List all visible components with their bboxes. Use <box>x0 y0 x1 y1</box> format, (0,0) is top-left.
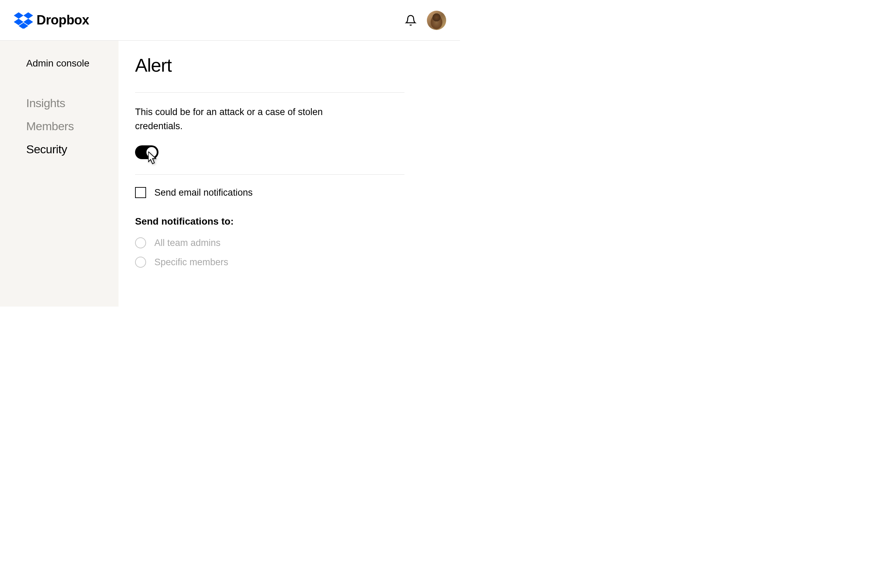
header: Dropbox <box>0 0 460 40</box>
logo-section: Dropbox <box>14 12 89 28</box>
email-notifications-checkbox[interactable] <box>135 187 146 198</box>
notifications-icon[interactable] <box>405 15 417 26</box>
radio-label-specific-members: Specific members <box>154 257 228 268</box>
alert-description: This could be for an attack or a case of… <box>135 105 328 133</box>
email-notifications-row: Send email notifications <box>135 187 443 198</box>
sidebar-item-security[interactable]: Security <box>26 142 118 156</box>
page-title: Alert <box>135 54 443 76</box>
content-wrapper: Admin console Insights Members Security … <box>0 40 460 307</box>
radio-label-all-admins: All team admins <box>154 238 220 248</box>
email-notifications-label: Send email notifications <box>154 188 252 198</box>
dropbox-icon <box>14 12 33 28</box>
sidebar-item-insights[interactable]: Insights <box>26 96 118 110</box>
radio-all-admins[interactable] <box>135 237 146 248</box>
sidebar: Admin console Insights Members Security <box>0 40 118 307</box>
main-content: Alert This could be for an attack or a c… <box>118 40 460 307</box>
notifications-heading: Send notifications to: <box>135 216 443 227</box>
radio-row-all-admins: All team admins <box>135 237 443 248</box>
avatar[interactable] <box>427 10 446 30</box>
divider <box>135 174 405 175</box>
sidebar-item-members[interactable]: Members <box>26 120 118 133</box>
radio-row-specific-members: Specific members <box>135 256 443 268</box>
cursor-icon <box>148 152 158 165</box>
radio-specific-members[interactable] <box>135 256 146 268</box>
brand-name: Dropbox <box>36 13 89 27</box>
header-actions <box>405 10 446 30</box>
toggle-wrapper <box>135 146 159 159</box>
divider <box>135 92 405 93</box>
sidebar-title: Admin console <box>26 58 118 69</box>
